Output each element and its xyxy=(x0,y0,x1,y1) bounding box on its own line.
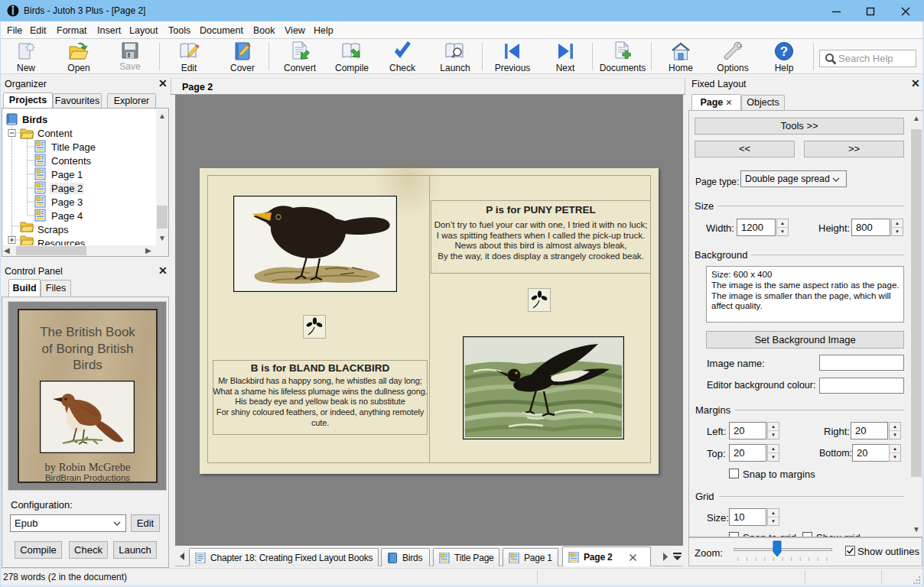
svg-text:?: ? xyxy=(780,44,788,59)
